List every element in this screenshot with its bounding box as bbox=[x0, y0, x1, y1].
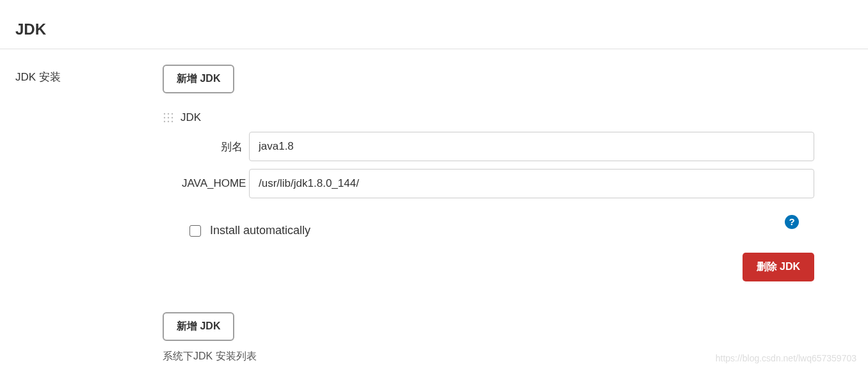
jdk-install-row: JDK 安装 新增 JDK bbox=[0, 49, 868, 363]
delete-jdk-button[interactable]: 删除 JDK bbox=[743, 253, 814, 281]
bottom-add-section: 新增 JDK 系统下JDK 安装列表 bbox=[163, 312, 814, 363]
drag-handle-icon[interactable] bbox=[163, 112, 174, 123]
svg-point-2 bbox=[172, 113, 173, 114]
alias-label: 别名 bbox=[163, 139, 249, 154]
auto-install-label[interactable]: Install automatically bbox=[210, 224, 310, 237]
delete-row: 删除 JDK bbox=[163, 253, 814, 281]
svg-point-8 bbox=[172, 121, 173, 122]
javahome-field-row: JAVA_HOME bbox=[163, 169, 814, 198]
helper-text: 系统下JDK 安装列表 bbox=[163, 350, 814, 363]
svg-point-5 bbox=[172, 117, 173, 118]
svg-point-0 bbox=[164, 113, 165, 114]
svg-point-1 bbox=[168, 113, 169, 114]
svg-point-6 bbox=[164, 121, 165, 122]
jdk-entry: JDK 别名 JAVA_HOME Install automatically ?… bbox=[163, 111, 814, 281]
add-jdk-button-top[interactable]: 新增 JDK bbox=[163, 65, 234, 93]
javahome-label: JAVA_HOME bbox=[163, 177, 249, 190]
svg-point-3 bbox=[164, 117, 165, 118]
alias-input[interactable] bbox=[249, 132, 814, 161]
alias-field-row: 别名 bbox=[163, 132, 814, 161]
jdk-entry-header: JDK bbox=[163, 111, 814, 124]
auto-install-row: Install automatically bbox=[163, 224, 310, 237]
config-content-column: 新增 JDK JDK bbox=[163, 65, 853, 363]
jdk-install-label: JDK 安装 bbox=[15, 71, 61, 83]
auto-install-checkbox[interactable] bbox=[189, 225, 201, 237]
config-label-column: JDK 安装 bbox=[15, 65, 163, 363]
help-icon[interactable]: ? bbox=[785, 215, 799, 229]
svg-point-7 bbox=[168, 121, 169, 122]
javahome-input[interactable] bbox=[249, 169, 814, 198]
jdk-entry-title: JDK bbox=[181, 111, 201, 124]
svg-point-4 bbox=[168, 117, 169, 118]
section-title: JDK bbox=[0, 0, 868, 49]
add-jdk-button-bottom[interactable]: 新增 JDK bbox=[163, 312, 234, 341]
